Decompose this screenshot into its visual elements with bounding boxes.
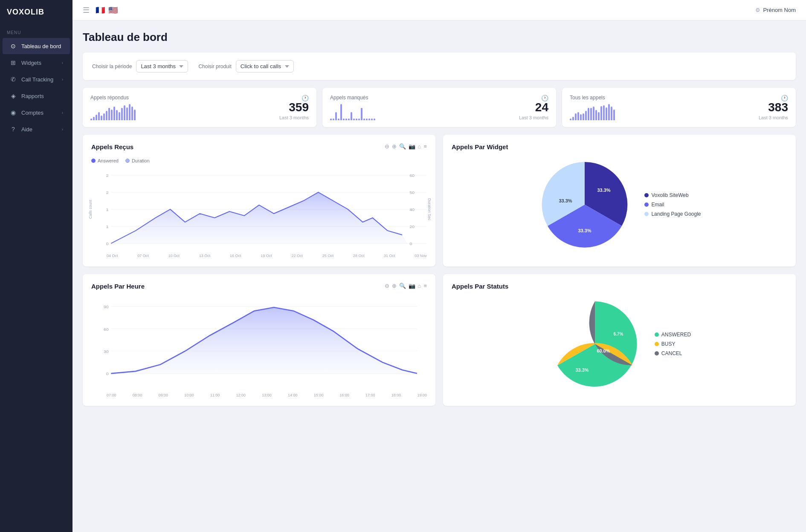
flag-fr[interactable]: 🇫🇷 bbox=[96, 6, 105, 15]
x-label-recus: 07 Oct bbox=[137, 254, 149, 258]
chevron-icon-calltracking: › bbox=[62, 77, 63, 82]
search-icon[interactable]: 🔍 bbox=[399, 143, 406, 150]
svg-text:90: 90 bbox=[104, 305, 109, 309]
svg-text:33.3%: 33.3% bbox=[559, 198, 572, 203]
pie-legend-label-widget: Voxolib SiteWeb bbox=[651, 192, 688, 198]
stat-label-0: Appels répondus bbox=[90, 95, 136, 101]
settings-icon[interactable]: ⚙ bbox=[755, 7, 760, 13]
search-icon-heure[interactable]: 🔍 bbox=[399, 283, 406, 289]
x-label-heure: 17:00 bbox=[365, 393, 375, 397]
stat-bar bbox=[368, 119, 370, 120]
sidebar-item-widgets[interactable]: ⊞ Widgets › bbox=[3, 55, 70, 71]
stat-bar bbox=[98, 112, 100, 120]
stat-bar bbox=[348, 119, 350, 120]
x-label-recus: 25 Oct bbox=[322, 254, 334, 258]
stat-card-1: Appels manqués 🕐 24 Last 3 months bbox=[322, 88, 556, 127]
stat-bar bbox=[583, 113, 584, 120]
camera-icon-heure[interactable]: 📷 bbox=[409, 283, 415, 289]
svg-text:33.3%: 33.3% bbox=[575, 367, 589, 373]
stat-bar bbox=[351, 112, 352, 120]
sidebar-label-aide: Aide bbox=[21, 126, 32, 133]
svg-text:0: 0 bbox=[106, 242, 109, 246]
sidebar-logo: VOXOLIB bbox=[0, 0, 72, 24]
pie-svg-statuts: 60.0% 33.3% 6.7% bbox=[548, 297, 642, 391]
pie-legend-item-statuts: CANCEL bbox=[655, 350, 691, 356]
stat-card-2: Tous les appels 🕐 383 Last 3 months bbox=[562, 88, 796, 127]
sidebar-icon-calltracking: ✆ bbox=[9, 75, 17, 83]
topbar: ☰ 🇫🇷 🇺🇸 ⚙ Prénom Nom bbox=[72, 0, 806, 20]
stat-bar bbox=[108, 108, 110, 120]
sidebar-item-left-aide: ? Aide bbox=[9, 125, 32, 133]
sidebar-label-widgets: Widgets bbox=[21, 60, 41, 66]
x-label-recus: 19 Oct bbox=[261, 254, 272, 258]
stat-bar bbox=[330, 119, 332, 120]
pie-legend-item-widget: Landing Page Google bbox=[644, 211, 701, 217]
sidebar-item-rapports[interactable]: ◈ Rapports bbox=[3, 88, 70, 104]
stat-bar bbox=[575, 113, 577, 120]
stat-bar bbox=[131, 107, 133, 120]
stat-bar bbox=[101, 116, 102, 120]
sidebar-item-comptes[interactable]: ◉ Comptes › bbox=[3, 104, 70, 121]
legend-label-answered: Answered bbox=[98, 158, 119, 163]
period-filter-select[interactable]: Last 3 monthsLast monthLast week bbox=[136, 60, 188, 72]
stat-bar bbox=[598, 112, 600, 120]
hamburger-icon[interactable]: ☰ bbox=[83, 6, 90, 15]
pie-area-statuts: 60.0% 33.3% 6.7% ANSWEREDBUSYCANCEL bbox=[452, 297, 787, 391]
zoom-in-icon[interactable]: ⊕ bbox=[392, 143, 397, 150]
zoom-out-icon[interactable]: ⊖ bbox=[385, 143, 389, 150]
stat-bar bbox=[111, 110, 113, 120]
flag-us[interactable]: 🇺🇸 bbox=[108, 6, 118, 15]
svg-text:33.3%: 33.3% bbox=[597, 188, 611, 193]
stat-number-1: 24 bbox=[519, 101, 548, 113]
svg-text:1: 1 bbox=[106, 225, 109, 229]
x-label-recus: 13 Oct bbox=[199, 254, 211, 258]
topbar-left: ☰ 🇫🇷 🇺🇸 bbox=[83, 6, 118, 15]
zoom-in-icon-heure[interactable]: ⊕ bbox=[392, 283, 397, 289]
stat-label-1: Appels manqués bbox=[330, 95, 375, 101]
legend-dot-answered bbox=[91, 159, 96, 163]
stat-bar bbox=[577, 112, 579, 120]
sidebar-icon-rapports: ◈ bbox=[9, 92, 17, 100]
pie-legend-item-widget: Voxolib SiteWeb bbox=[644, 192, 701, 198]
x-label-heure: 09:00 bbox=[158, 393, 168, 397]
stat-bar bbox=[356, 119, 357, 120]
stat-bar bbox=[603, 105, 605, 120]
sidebar-label-tableau: Tableau de bord bbox=[21, 43, 61, 49]
pie-legend-statuts: ANSWEREDBUSYCANCEL bbox=[655, 332, 691, 356]
x-label-heure: 10:00 bbox=[184, 393, 194, 397]
svg-text:6.7%: 6.7% bbox=[613, 332, 623, 336]
stat-bar bbox=[129, 104, 130, 120]
menu-icon-heure[interactable]: ≡ bbox=[423, 283, 427, 289]
x-label-heure: 19:00 bbox=[417, 393, 427, 397]
stat-bar bbox=[121, 108, 123, 120]
pie-legend-item-statuts: BUSY bbox=[655, 341, 691, 347]
stat-bar bbox=[613, 110, 615, 120]
stat-card-right-2: 🕐 383 Last 3 months bbox=[759, 95, 788, 120]
y-axis-right-label: Duration Sec bbox=[427, 198, 432, 220]
sidebar-item-tableau[interactable]: ⊙ Tableau de bord bbox=[3, 38, 70, 54]
sidebar-item-aide[interactable]: ? Aide › bbox=[3, 121, 70, 137]
x-label-heure: 11:00 bbox=[210, 393, 220, 397]
product-filter-select[interactable]: Click to call callsAll products bbox=[236, 60, 294, 72]
home-icon-heure[interactable]: ⌂ bbox=[418, 283, 421, 289]
stat-bar bbox=[361, 108, 362, 120]
legend-answered: Answered bbox=[91, 158, 119, 163]
menu-icon[interactable]: ≡ bbox=[423, 143, 427, 150]
sidebar-item-left-tableau: ⊙ Tableau de bord bbox=[9, 42, 61, 50]
svg-text:40: 40 bbox=[409, 208, 415, 212]
zoom-out-icon-heure[interactable]: ⊖ bbox=[385, 283, 389, 289]
chart-appels-widget: Appels Par Widget 33.3% 33.3% 33.3% bbox=[443, 135, 796, 266]
pie-dot-widget bbox=[644, 202, 649, 207]
home-icon[interactable]: ⌂ bbox=[418, 143, 421, 150]
camera-icon[interactable]: 📷 bbox=[409, 143, 415, 150]
svg-text:1: 1 bbox=[106, 208, 109, 212]
charts-grid: Appels Reçus ⊖ ⊕ 🔍 📷 ⌂ ≡ Answered bbox=[83, 135, 796, 406]
svg-text:33.3%: 33.3% bbox=[578, 228, 591, 233]
stat-bar bbox=[126, 107, 128, 120]
stat-bar bbox=[608, 104, 610, 120]
sidebar-item-calltracking[interactable]: ✆ Call Tracking › bbox=[3, 71, 70, 87]
legend-duration: Duration bbox=[125, 158, 150, 163]
sidebar: VOXOLIB MENU ⊙ Tableau de bord ⊞ Widgets… bbox=[0, 0, 72, 532]
stat-bar bbox=[374, 119, 375, 120]
sidebar-item-left-widgets: ⊞ Widgets bbox=[9, 59, 41, 66]
